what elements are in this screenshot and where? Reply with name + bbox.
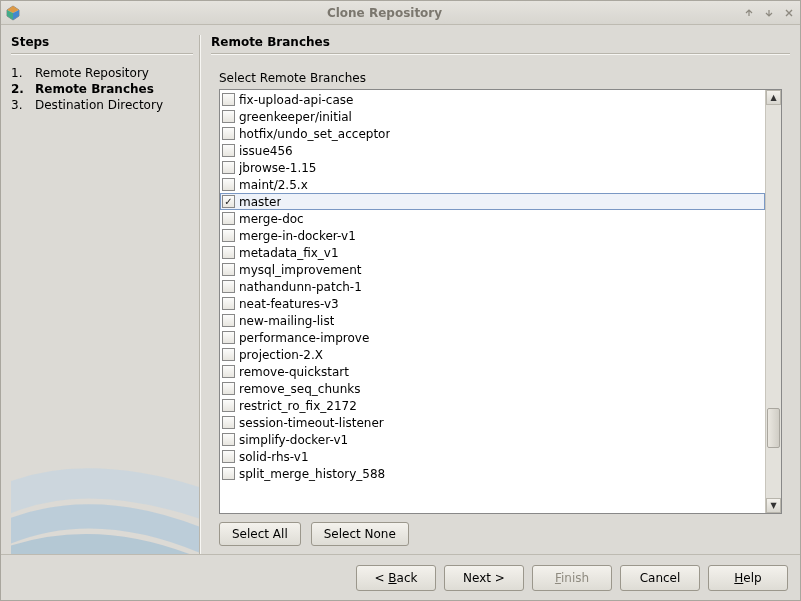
clone-repository-window: Clone Repository Steps 1.Remote Reposito…: [0, 0, 801, 601]
maximize-icon[interactable]: [762, 6, 776, 20]
branch-row[interactable]: new-mailing-list: [220, 312, 765, 329]
branch-row[interactable]: split_merge_history_588: [220, 465, 765, 482]
branch-row[interactable]: session-timeout-listener: [220, 414, 765, 431]
wizard-step: 2.Remote Branches: [11, 81, 193, 97]
select-none-button[interactable]: Select None: [311, 522, 409, 546]
branch-row[interactable]: remove-quickstart: [220, 363, 765, 380]
branch-checkbox[interactable]: [222, 212, 235, 225]
help-button[interactable]: Help: [708, 565, 788, 591]
steps-list: 1.Remote Repository2.Remote Branches3.De…: [11, 65, 193, 113]
titlebar: Clone Repository: [1, 1, 800, 25]
select-all-button[interactable]: Select All: [219, 522, 301, 546]
step-label: Destination Directory: [35, 98, 163, 112]
branch-name: restrict_ro_fix_2172: [239, 399, 357, 413]
branch-name: nathandunn-patch-1: [239, 280, 362, 294]
branch-row[interactable]: hotfix/undo_set_acceptor: [220, 125, 765, 142]
branch-row[interactable]: issue456: [220, 142, 765, 159]
step-label: Remote Repository: [35, 66, 149, 80]
branch-checkbox[interactable]: [222, 382, 235, 395]
branch-name: issue456: [239, 144, 293, 158]
branch-row[interactable]: remove_seq_chunks: [220, 380, 765, 397]
branch-checkbox[interactable]: [222, 450, 235, 463]
step-number: 3.: [11, 98, 25, 112]
branch-checkbox[interactable]: [222, 229, 235, 242]
scroll-down-button[interactable]: ▼: [766, 498, 781, 513]
scroll-thumb[interactable]: [767, 408, 780, 448]
step-number: 1.: [11, 66, 25, 80]
branch-row[interactable]: performance-improve: [220, 329, 765, 346]
branch-row[interactable]: solid-rhs-v1: [220, 448, 765, 465]
branch-row[interactable]: merge-in-docker-v1: [220, 227, 765, 244]
branch-name: remove-quickstart: [239, 365, 349, 379]
next-button[interactable]: Next >: [444, 565, 524, 591]
page-title: Remote Branches: [211, 35, 790, 49]
branch-checkbox[interactable]: [222, 348, 235, 361]
branch-name: neat-features-v3: [239, 297, 339, 311]
step-number: 2.: [11, 82, 25, 96]
branch-checkbox[interactable]: [222, 331, 235, 344]
branch-name: merge-doc: [239, 212, 304, 226]
back-button[interactable]: < Back: [356, 565, 436, 591]
branch-row[interactable]: simplify-docker-v1: [220, 431, 765, 448]
branch-checkbox[interactable]: [222, 314, 235, 327]
window-title: Clone Repository: [27, 6, 742, 20]
branch-row[interactable]: neat-features-v3: [220, 295, 765, 312]
branch-row[interactable]: ✓master: [220, 193, 765, 210]
branch-name: master: [239, 195, 281, 209]
branch-checkbox[interactable]: [222, 416, 235, 429]
branch-checkbox[interactable]: [222, 263, 235, 276]
wizard-step: 3.Destination Directory: [11, 97, 193, 113]
branch-checkbox[interactable]: [222, 433, 235, 446]
branch-checkbox[interactable]: [222, 297, 235, 310]
close-icon[interactable]: [782, 6, 796, 20]
wizard-decoration: [11, 414, 199, 554]
steps-pane: Steps 1.Remote Repository2.Remote Branch…: [11, 35, 199, 554]
minimize-icon[interactable]: [742, 6, 756, 20]
branch-checkbox[interactable]: ✓: [222, 195, 235, 208]
branch-name: session-timeout-listener: [239, 416, 384, 430]
branch-row[interactable]: maint/2.5.x: [220, 176, 765, 193]
branch-checkbox[interactable]: [222, 144, 235, 157]
branch-checkbox[interactable]: [222, 110, 235, 123]
branch-checkbox[interactable]: [222, 127, 235, 140]
branch-row[interactable]: restrict_ro_fix_2172: [220, 397, 765, 414]
section-label: Select Remote Branches: [219, 71, 790, 85]
branch-name: solid-rhs-v1: [239, 450, 309, 464]
branch-checkbox[interactable]: [222, 280, 235, 293]
branch-name: mysql_improvement: [239, 263, 362, 277]
branch-checkbox[interactable]: [222, 467, 235, 480]
branch-row[interactable]: greenkeeper/initial: [220, 108, 765, 125]
branch-name: fix-upload-api-case: [239, 93, 353, 107]
scroll-up-button[interactable]: ▲: [766, 90, 781, 105]
branch-name: remove_seq_chunks: [239, 382, 360, 396]
branch-row[interactable]: metadata_fix_v1: [220, 244, 765, 261]
branch-row[interactable]: mysql_improvement: [220, 261, 765, 278]
branch-checkbox[interactable]: [222, 246, 235, 259]
branch-row[interactable]: jbrowse-1.15: [220, 159, 765, 176]
branch-checkbox[interactable]: [222, 93, 235, 106]
steps-header: Steps: [11, 35, 193, 49]
branch-checkbox[interactable]: [222, 399, 235, 412]
branch-name: performance-improve: [239, 331, 369, 345]
branch-row[interactable]: projection-2.X: [220, 346, 765, 363]
branch-checkbox[interactable]: [222, 161, 235, 174]
branch-name: jbrowse-1.15: [239, 161, 316, 175]
branch-checkbox[interactable]: [222, 178, 235, 191]
branch-list[interactable]: fix-upload-api-casegreenkeeper/initialho…: [220, 90, 765, 513]
branch-row[interactable]: fix-upload-api-case: [220, 91, 765, 108]
main-pane: Remote Branches Select Remote Branches f…: [211, 35, 790, 554]
vertical-scrollbar[interactable]: ▲ ▼: [765, 90, 781, 513]
branch-name: simplify-docker-v1: [239, 433, 348, 447]
branch-name: new-mailing-list: [239, 314, 334, 328]
branch-name: greenkeeper/initial: [239, 110, 352, 124]
branch-name: metadata_fix_v1: [239, 246, 339, 260]
dialog-footer: < Back Next > Finish Cancel Help: [1, 554, 800, 600]
cancel-button[interactable]: Cancel: [620, 565, 700, 591]
branch-checkbox[interactable]: [222, 365, 235, 378]
branch-row[interactable]: merge-doc: [220, 210, 765, 227]
branch-name: merge-in-docker-v1: [239, 229, 356, 243]
branch-list-container: fix-upload-api-casegreenkeeper/initialho…: [219, 89, 782, 514]
branch-name: maint/2.5.x: [239, 178, 308, 192]
branch-row[interactable]: nathandunn-patch-1: [220, 278, 765, 295]
wizard-step: 1.Remote Repository: [11, 65, 193, 81]
